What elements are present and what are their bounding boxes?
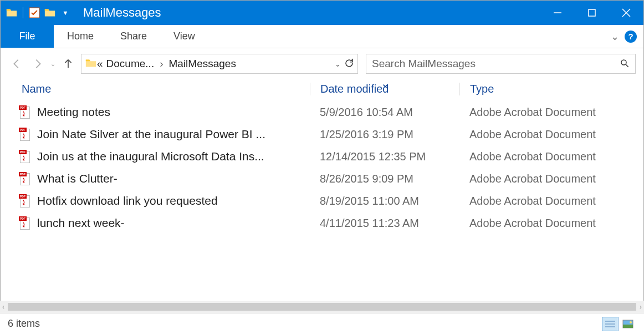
pdf-icon: PDF⤸ [17,172,32,185]
scroll-left-icon[interactable]: ‹ [2,303,4,311]
help-button[interactable]: ? [625,31,637,43]
file-date: 5/9/2016 10:54 AM [310,106,459,119]
tab-home[interactable]: Home [54,25,107,48]
pdf-icon: PDF⤸ [17,194,32,208]
file-date: 4/11/2015 11:23 AM [310,217,459,230]
file-name: What is Clutter- [32,172,310,185]
file-date: 8/26/2015 9:09 PM [310,173,459,185]
file-list: PDF⤸ Meeting notes 5/9/2016 10:54 AM Ado… [1,101,643,234]
window-controls [540,1,643,25]
pdf-icon: PDF⤸ [17,105,32,119]
file-type: Adobe Acrobat Document [459,173,635,185]
file-date: 8/19/2015 11:00 AM [310,195,459,208]
divider [23,7,23,18]
sort-indicator-icon: ⌄ [381,77,390,90]
file-row[interactable]: PDF⤸ lunch next week- 4/11/2015 11:23 AM… [17,212,635,234]
up-button[interactable] [60,55,76,72]
titlebar: ▼ MailMessages [1,1,643,25]
thumbnails-view-button[interactable] [620,317,636,331]
pdf-icon: PDF⤸ [17,128,32,141]
scroll-right-icon[interactable]: › [640,303,642,311]
close-button[interactable] [609,1,643,25]
file-name: lunch next week- [32,216,310,230]
file-type: Adobe Acrobat Document [459,106,635,119]
chevron-right-icon[interactable]: › [160,58,163,70]
file-name: Join us at the inaugural Microsoft Data … [32,150,310,163]
svg-rect-2 [589,9,595,16]
svg-line-6 [626,64,628,67]
folder-icon [85,57,97,71]
column-type[interactable]: Type [459,83,635,95]
collapse-ribbon-icon[interactable]: ⌄ [611,31,619,43]
window-title: MailMessages [83,6,161,20]
pdf-icon: PDF⤸ [17,150,32,163]
file-row[interactable]: PDF⤸ What is Clutter- 8/26/2015 9:09 PM … [17,168,635,190]
breadcrumb: « Docume... › MailMessages [97,58,335,70]
file-type: Adobe Acrobat Document [459,150,635,163]
file-type: Adobe Acrobat Document [459,217,635,230]
svg-point-5 [621,60,626,65]
details-view-button[interactable] [602,317,619,331]
breadcrumb-ellipsis[interactable]: « [97,58,103,70]
column-name[interactable]: Name [22,83,310,95]
file-date: 1/25/2016 3:19 PM [310,128,459,141]
ribbon-right: ⌄ ? [611,25,643,48]
recent-dropdown-icon[interactable]: ⌄ [50,60,55,68]
horizontal-scrollbar[interactable]: ‹ › [0,301,644,313]
folder-icon [5,6,18,19]
navigation-row: ⌄ « Docume... › MailMessages ⌄ [1,48,643,79]
file-row[interactable]: PDF⤸ Hotfix download link you requested … [17,190,635,212]
svg-rect-11 [623,325,633,328]
address-dropdown-icon[interactable]: ⌄ [335,60,341,68]
address-bar[interactable]: « Docume... › MailMessages ⌄ [81,54,358,74]
file-row[interactable]: PDF⤸ Join us at the inaugural Microsoft … [17,145,635,168]
scroll-thumb[interactable] [8,303,636,311]
file-row[interactable]: PDF⤸ Meeting notes 5/9/2016 10:54 AM Ado… [17,101,635,123]
file-type: Adobe Acrobat Document [459,128,635,141]
back-button[interactable] [8,55,25,72]
file-row[interactable]: PDF⤸ Join Nate Silver at the inaugural P… [17,123,635,145]
file-name: Join Nate Silver at the inaugural Power … [32,128,310,141]
column-header: ⌄ Name Date modified Type [1,79,643,101]
statusbar: 6 items [0,313,644,334]
search-input[interactable] [372,58,620,70]
search-box[interactable] [366,54,636,74]
crumb-documents[interactable]: Docume... [106,58,155,70]
tab-view[interactable]: View [160,25,208,48]
tab-share[interactable]: Share [107,25,160,48]
item-count: 6 items [8,318,40,330]
dropdown-icon[interactable]: ▼ [59,6,72,19]
maximize-button[interactable] [575,1,609,25]
view-buttons [602,317,636,331]
crumb-mailmessages[interactable]: MailMessages [169,58,236,70]
tab-file[interactable]: File [1,25,54,48]
minimize-button[interactable] [540,1,575,25]
refresh-button[interactable] [344,58,354,70]
new-folder-icon[interactable] [43,6,57,19]
file-type: Adobe Acrobat Document [459,195,635,208]
search-icon[interactable] [620,58,630,70]
file-name: Meeting notes [32,105,310,119]
ribbon-tabs: File Home Share View ⌄ ? [1,25,643,48]
pdf-icon: PDF⤸ [17,216,32,230]
file-date: 12/14/2015 12:35 PM [310,150,459,163]
quick-access-toolbar: ▼ [1,6,72,19]
file-name: Hotfix download link you requested [32,194,310,208]
properties-icon[interactable] [28,6,41,19]
svg-point-12 [630,321,632,323]
forward-button[interactable] [29,55,46,72]
